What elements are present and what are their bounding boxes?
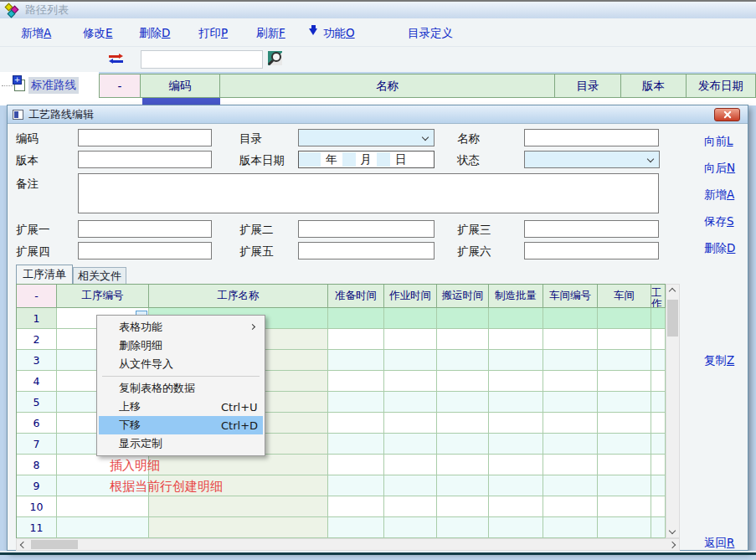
- version-date-label: 版本日期: [239, 153, 285, 168]
- list-col-catalog[interactable]: 目录: [554, 74, 621, 98]
- grid-col-process-no[interactable]: 工序编号: [57, 285, 149, 308]
- grid-col-work-partial[interactable]: 工作编: [651, 285, 666, 308]
- grid-row-10[interactable]: 10: [17, 496, 680, 517]
- ext2-field[interactable]: [298, 220, 435, 238]
- return-button[interactable]: 返回R: [704, 536, 734, 551]
- catalog-define-button[interactable]: 目录定义: [408, 26, 453, 41]
- menu-item-table-functions[interactable]: 表格功能: [99, 318, 263, 337]
- name-field[interactable]: [524, 129, 659, 146]
- scroll-down-icon[interactable]: [669, 527, 676, 534]
- function-button[interactable]: 功能O: [323, 26, 355, 41]
- tree-connector: [2, 85, 13, 86]
- menu-item-move-down[interactable]: 下移Ctrl+D: [99, 416, 263, 434]
- name-label: 名称: [457, 131, 480, 146]
- dialog-titlebar: 工艺路线编辑: [8, 105, 748, 124]
- catalog-select[interactable]: [298, 129, 435, 146]
- menu-item-move-up[interactable]: 上移Ctrl+U: [99, 398, 263, 416]
- dialog-delete-button[interactable]: 删除D: [704, 241, 735, 256]
- list-col-name[interactable]: 名称: [219, 74, 555, 98]
- grid-col-selector[interactable]: -: [17, 285, 57, 308]
- date-day-label: 日: [390, 152, 412, 167]
- dialog-add-button[interactable]: 新增A: [704, 188, 734, 203]
- save-button[interactable]: 保存S: [704, 214, 734, 229]
- grid-horizontal-scrollbar[interactable]: [16, 538, 680, 551]
- quick-search-input[interactable]: [141, 50, 263, 69]
- list-selected-row-indicator: [142, 98, 220, 105]
- menu-item-display-customize[interactable]: 显示定制: [99, 434, 263, 453]
- add-button[interactable]: 新增A: [21, 26, 51, 41]
- window-bottom-edge: [0, 552, 756, 555]
- menu-item-create-detail-from-row[interactable]: 根据当前行创建明细: [110, 479, 223, 495]
- grid-col-move-time[interactable]: 搬运时间: [437, 285, 489, 308]
- status-select[interactable]: [524, 151, 660, 168]
- list-col-selector[interactable]: -: [99, 74, 141, 98]
- submenu-arrow-icon: [249, 324, 255, 330]
- vertical-scroll-thumb[interactable]: [667, 300, 678, 337]
- menu-item-delete-detail[interactable]: 删除明细: [99, 337, 263, 355]
- ext5-field[interactable]: [298, 242, 435, 259]
- shortcut-label: Ctrl+D: [221, 419, 258, 432]
- scroll-right-icon[interactable]: [669, 542, 676, 548]
- grid-col-process-name[interactable]: 工序名称: [149, 285, 328, 308]
- ext6-field[interactable]: [524, 242, 659, 259]
- remark-field[interactable]: [78, 173, 659, 213]
- grid-col-workshop[interactable]: 车间: [598, 285, 651, 308]
- list-col-release-date[interactable]: 发布日期: [686, 74, 756, 98]
- version-date-field[interactable]: 年 月 日: [298, 151, 435, 168]
- list-col-code[interactable]: 编码: [140, 74, 220, 98]
- horizontal-scroll-thumb[interactable]: [31, 540, 78, 549]
- date-segment: [377, 152, 390, 167]
- menu-item-import-from-file[interactable]: 从文件导入: [99, 355, 263, 373]
- status-label: 状态: [457, 153, 480, 168]
- scroll-up-icon[interactable]: [669, 288, 676, 295]
- grid-row-11[interactable]: 11: [17, 517, 680, 538]
- menu-item-insert-detail[interactable]: 插入明细: [110, 458, 160, 474]
- tree-node-icon: [14, 80, 25, 91]
- date-segment: [342, 152, 356, 167]
- menu-separator: [102, 376, 260, 377]
- print-button[interactable]: 打印P: [198, 26, 228, 41]
- chevron-down-icon: [647, 156, 654, 162]
- ext3-field[interactable]: [524, 220, 659, 238]
- grid-col-work-time[interactable]: 作业时间: [384, 285, 437, 308]
- grid-context-menu: 表格功能 删除明细 从文件导入 复制表格的数据 上移Ctrl+U 下移Ctrl+…: [96, 315, 265, 456]
- tab-related-files[interactable]: 相关文件: [73, 267, 126, 284]
- version-field[interactable]: [78, 151, 212, 168]
- ext5-label: 扩展五: [239, 244, 274, 259]
- grid-vertical-scrollbar[interactable]: [666, 284, 680, 538]
- scroll-left-icon[interactable]: [20, 542, 27, 548]
- path-list-window: 路径列表 新增A 修改E 删除D 打印P 刷新F 功能O 目录定义 标准路线 -…: [0, 0, 756, 560]
- next-button[interactable]: 向后N: [704, 161, 735, 176]
- copy-button[interactable]: 复制Z: [704, 353, 734, 368]
- close-button[interactable]: [714, 108, 740, 121]
- tree-node-label: 标准路线: [28, 77, 79, 94]
- window-title: 路径列表: [25, 3, 69, 18]
- code-label: 编码: [16, 131, 39, 146]
- date-segment: [299, 152, 321, 167]
- menu-item-copy-table-data[interactable]: 复制表格的数据: [99, 379, 263, 398]
- main-toolbar: 新增A 修改E 删除D 打印P 刷新F 功能O 目录定义: [0, 18, 756, 47]
- tree-item-standard-route[interactable]: 标准路线: [2, 77, 79, 94]
- grid-col-workshop-no[interactable]: 车间编号: [543, 285, 598, 308]
- swap-arrows-icon[interactable]: [109, 54, 123, 64]
- tab-process-list[interactable]: 工序清单: [16, 265, 73, 284]
- ext4-field[interactable]: [78, 242, 212, 259]
- grid-col-prep-time[interactable]: 准备时间: [328, 285, 384, 308]
- ext3-label: 扩展三: [457, 223, 491, 238]
- delete-button[interactable]: 删除D: [139, 26, 170, 41]
- grid-col-batch[interactable]: 制造批量: [489, 285, 543, 308]
- catalog-label: 目录: [239, 131, 262, 146]
- ext4-label: 扩展四: [16, 244, 50, 259]
- filter-bar: [0, 47, 756, 72]
- refresh-button[interactable]: 刷新F: [256, 26, 285, 41]
- ext2-label: 扩展二: [239, 223, 274, 238]
- dialog-title: 工艺路线编辑: [28, 107, 94, 122]
- edit-button[interactable]: 修改E: [83, 26, 113, 41]
- search-icon[interactable]: [268, 51, 282, 65]
- prev-button[interactable]: 向前L: [704, 134, 733, 149]
- code-field[interactable]: [78, 129, 212, 146]
- list-col-version[interactable]: 版本: [620, 74, 687, 98]
- ext1-field[interactable]: [78, 220, 212, 238]
- app-icon: [5, 3, 20, 17]
- ext6-label: 扩展六: [457, 244, 491, 259]
